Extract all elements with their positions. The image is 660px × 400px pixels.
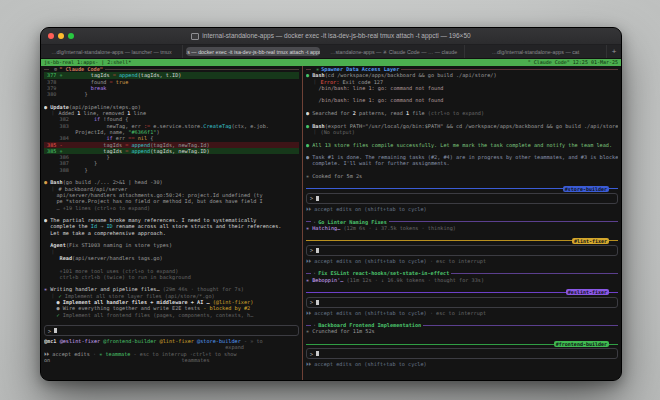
separator-line bbox=[609, 188, 618, 189]
prompt-input[interactable]: > bbox=[44, 325, 299, 336]
tab-bar: …dlg/internal-standalone-apps — launcher… bbox=[41, 45, 621, 59]
window-title: internal-standalone-apps — docker exec -… bbox=[41, 32, 621, 40]
prompt-chevron: > bbox=[310, 351, 313, 357]
separator-line bbox=[401, 69, 618, 70]
prompt-chevron: > bbox=[310, 195, 313, 201]
agent-badge[interactable]: #lint-fixer bbox=[572, 238, 609, 244]
separator-line bbox=[306, 240, 572, 241]
prompt-chevron: > bbox=[310, 247, 313, 253]
left-pane-claude-code[interactable]: ⊘" Claude Code" 377 + tagIds = append(ta… bbox=[41, 66, 302, 381]
agent-separator: #eslint-fixer bbox=[306, 289, 618, 295]
agent-separator: #lint-fixer bbox=[306, 237, 618, 243]
session-title: Go Linter Naming Fixes bbox=[316, 219, 389, 225]
prompt-chevron: > bbox=[48, 328, 51, 334]
separator-line bbox=[389, 221, 618, 222]
terminal-icon bbox=[191, 33, 199, 40]
separator-line bbox=[423, 325, 618, 326]
new-tab-button[interactable]: + bbox=[607, 45, 621, 58]
agent-badge[interactable]: #eslint-fixer bbox=[566, 289, 609, 295]
separator-line bbox=[609, 240, 618, 241]
separator-line bbox=[609, 344, 618, 345]
text-cursor bbox=[54, 328, 57, 333]
prompt-input[interactable]: > bbox=[306, 297, 618, 308]
tab-1[interactable]: …dlg/internal-standalone-apps — launcher… bbox=[41, 45, 183, 58]
agent-badge[interactable]: #frontend-builder bbox=[554, 341, 609, 347]
agent-separator: #frontend-builder bbox=[306, 341, 618, 347]
terminal-line: ● All 13 store files compile successfull… bbox=[306, 142, 618, 148]
pane-title-icon: ⊘ bbox=[49, 66, 57, 72]
title-bar[interactable]: internal-standalone-apps — docker exec -… bbox=[41, 28, 621, 45]
agent-separator: #store-builder bbox=[306, 186, 618, 192]
agent-badge[interactable]: #store-builder bbox=[563, 186, 609, 192]
terminal-line: ⏵⏵ accept edits on (shift+tab to cycle) bbox=[306, 361, 618, 367]
separator-line bbox=[306, 344, 554, 345]
session-title: Backboard Frontend Implementation bbox=[316, 322, 423, 328]
text-cursor bbox=[316, 248, 319, 253]
right-pane-agent-sessions[interactable]: ✳Spawner Data Access Layer● Bash(cd /wor… bbox=[303, 66, 621, 381]
prompt-input[interactable]: > bbox=[306, 193, 618, 204]
prompt-chevron: > bbox=[310, 299, 313, 305]
tmux-status-bar: js-bb-real 1:apps- | 2:shell* " Claude C… bbox=[41, 59, 621, 66]
text-cursor bbox=[316, 300, 319, 305]
tmux-clock: " Claude Code" 12:25 01-Mar-25 bbox=[528, 59, 618, 66]
terminal-line bbox=[44, 318, 299, 324]
text-cursor bbox=[316, 196, 319, 201]
tmux-panes: ⊘" Claude Code" 377 + tagIds = append(ta… bbox=[41, 66, 621, 381]
separator-line bbox=[451, 273, 618, 274]
tab-4[interactable]: …dlg/internal-standalone-apps — cat bbox=[465, 45, 607, 58]
tmux-session-windows[interactable]: js-bb-real 1:apps- | 2:shell* bbox=[44, 59, 131, 66]
text-cursor bbox=[316, 351, 319, 356]
pane-title: Spawner Data Access Layer bbox=[319, 66, 401, 72]
separator-line bbox=[306, 292, 566, 293]
terminal-window: internal-standalone-apps — docker exec -… bbox=[40, 27, 622, 381]
session-title: Fix ESLint react-hooks/set-state-in-effe… bbox=[316, 270, 451, 276]
prompt-input[interactable]: > bbox=[306, 245, 618, 256]
tab-2[interactable]: …s — docker exec -it isa-dev-js-bb-real … bbox=[186, 47, 320, 56]
tab-3[interactable]: …standalone-apps — ✳ Claude Code — … — c… bbox=[323, 45, 465, 58]
pane-title-icon: ✳ bbox=[311, 66, 319, 72]
separator-line bbox=[105, 69, 299, 70]
pane-title: " Claude Code" bbox=[57, 66, 105, 72]
terminal-line: on teammates bbox=[44, 357, 299, 363]
prompt-input[interactable]: > bbox=[306, 348, 618, 359]
separator-line bbox=[306, 188, 563, 189]
separator-line bbox=[609, 292, 618, 293]
